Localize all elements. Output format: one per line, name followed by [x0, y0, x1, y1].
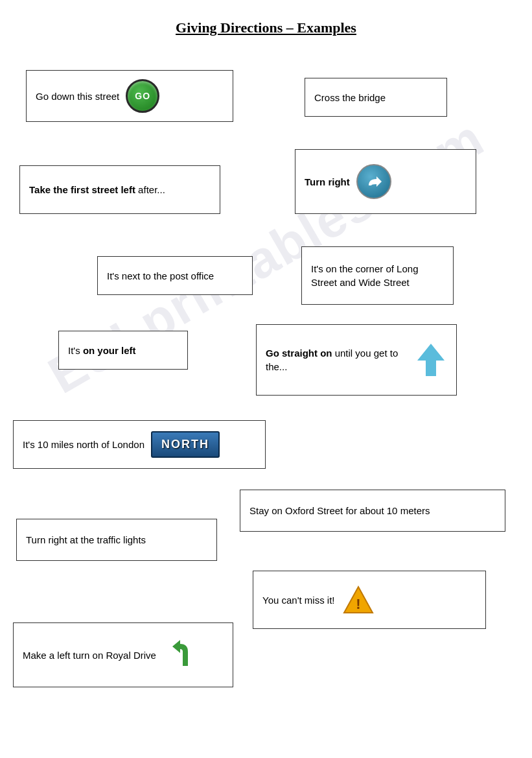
card-left-turn: Make a left turn on Royal Drive	[13, 622, 233, 687]
card-next-to-post-office: It's next to the post office	[97, 256, 253, 295]
card-north-text: It's 10 miles north of London	[23, 438, 145, 451]
card-north: It's 10 miles north of London NORTH	[13, 420, 266, 469]
card-first-street: Take the first street left after...	[19, 165, 220, 214]
up-arrow-icon	[415, 340, 447, 379]
card-corner: It's on the corner of Long Street and Wi…	[301, 246, 454, 305]
card-on-your-left-bold: on your left	[83, 345, 136, 356]
card-first-street-rest: after...	[135, 184, 165, 195]
card-traffic-lights: Turn right at the traffic lights	[16, 519, 217, 561]
left-turn-arrow-icon	[163, 637, 199, 673]
north-sign: NORTH	[151, 431, 220, 458]
card-on-your-left: It's on your left	[58, 331, 188, 370]
card-go-straight: Go straight on until you get to the...	[256, 324, 457, 396]
card-corner-text: It's on the corner of Long Street and Wi…	[311, 262, 444, 289]
card-traffic-lights-text: Turn right at the traffic lights	[26, 533, 146, 547]
card-on-your-left-text: It's on your left	[68, 344, 136, 357]
card-stay-oxford-text: Stay on Oxford Street for about 10 meter…	[249, 504, 430, 517]
card-go-straight-bold: Go straight on	[266, 348, 332, 359]
go-button-icon: GO	[126, 79, 159, 113]
svg-text:!: !	[356, 596, 360, 612]
card-turn-right: Turn right	[295, 149, 476, 214]
card-go-text: Go down this street	[36, 89, 119, 103]
card-go-straight-text: Go straight on until you get to the...	[266, 346, 408, 373]
card-first-street-text: Take the first street left after...	[29, 183, 165, 196]
card-turn-right-text: Turn right	[305, 175, 350, 189]
turn-right-icon	[356, 164, 391, 199]
warning-triangle-icon: !	[341, 584, 375, 615]
page-title: Giving Directions – Examples	[0, 0, 532, 49]
card-next-to-text: It's next to the post office	[107, 269, 214, 283]
card-left-turn-text: Make a left turn on Royal Drive	[23, 648, 156, 662]
card-bridge: Cross the bridge	[305, 78, 447, 117]
card-cant-miss-text: You can't miss it!	[262, 593, 335, 607]
card-stay-oxford: Stay on Oxford Street for about 10 meter…	[240, 490, 505, 532]
card-go-street: Go down this street GO	[26, 70, 233, 122]
card-first-street-bold: Take the first street left	[29, 184, 135, 195]
svg-marker-0	[417, 344, 445, 376]
card-bridge-text: Cross the bridge	[314, 91, 386, 104]
card-cant-miss: You can't miss it! !	[253, 571, 486, 629]
